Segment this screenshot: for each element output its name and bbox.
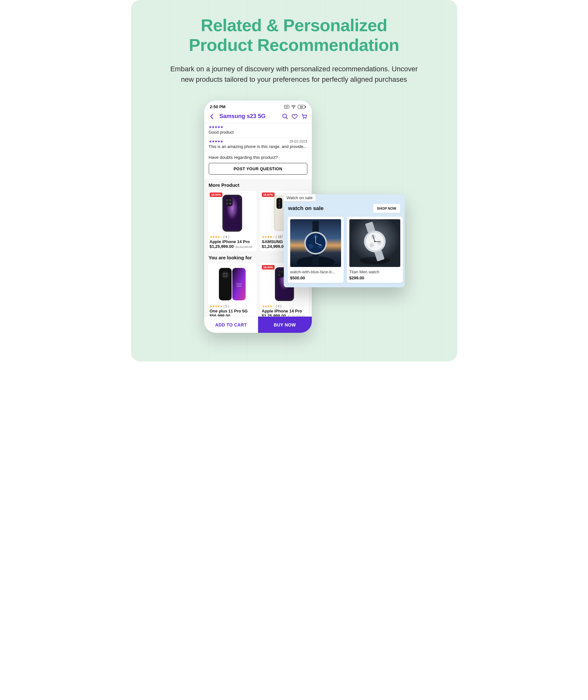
svg-point-50 [360, 257, 390, 264]
review-item: 28-02-2023 ★★★★★ This is an amazing phon… [204, 137, 312, 152]
wishlist-button[interactable] [291, 113, 298, 120]
rating-count: ( 4 ) [276, 305, 282, 308]
rating-count: ( 5 ) [224, 305, 229, 308]
review-item: ★★★★★ Good product [204, 123, 312, 137]
svg-point-26 [223, 273, 225, 275]
status-time: 2:50 PM [210, 104, 226, 109]
watch-card[interactable]: watch-with-blue-face-b... $500.00 [288, 217, 344, 283]
buy-now-button[interactable]: BUY NOW [258, 317, 312, 333]
product-name: Apple iPhone 14 Pro [210, 239, 255, 244]
app-bar: Samsung s23 5G [204, 111, 312, 123]
svg-text:95: 95 [300, 106, 303, 109]
svg-point-21 [278, 206, 280, 208]
watch-image [349, 219, 400, 267]
hero-title-line1: Related & Personalized [201, 16, 387, 35]
svg-point-45 [309, 244, 313, 248]
product-old-price: $1,49,999.00 [288, 315, 305, 316]
rating-row: ★★★★★ ( 5 ) [210, 305, 255, 308]
product-price: $1,25,999.00 [210, 244, 234, 249]
price-row: $1,25,999.00 $1,49,999.00 [210, 244, 255, 249]
svg-text:Never: Never [236, 283, 241, 285]
iphone-illustration-icon [220, 194, 245, 232]
svg-point-12 [229, 199, 232, 201]
hero-title: Related & Personalized Product Recommend… [144, 15, 445, 55]
post-question-button[interactable]: POST YOUR QUESTION [209, 163, 307, 175]
watch-image [290, 219, 341, 267]
discount-badge: 16.00% [210, 193, 223, 197]
discount-badge: 16.67% [262, 193, 275, 197]
silver-watch-illustration-icon [349, 219, 400, 267]
rating-row: ★★★★☆ ( 4 ) [262, 305, 307, 308]
svg-point-13 [226, 202, 228, 205]
oneplus-illustration-icon: Never Settle [217, 267, 248, 302]
svg-rect-34 [277, 270, 284, 277]
shop-now-button[interactable]: SHOP NOW [373, 204, 400, 213]
svg-point-19 [278, 199, 280, 202]
watch-row: watch-with-blue-face-b... $500.00 [284, 217, 405, 283]
product-image [210, 193, 255, 234]
watch-card[interactable]: Titan Men watch $299.00 [347, 217, 403, 283]
rating-row: ★★★★☆ ( 4 ) [210, 235, 255, 239]
hero-title-line2: Product Recommendation [189, 35, 399, 54]
doubts-section: Have doubts regarding this product? POST… [204, 152, 312, 179]
product-price: $1,25,999.00 [262, 313, 286, 316]
add-to-cart-button[interactable]: ADD TO CART [204, 317, 258, 333]
product-name: One plus 11 Pro 5G [210, 309, 255, 313]
rating-count: ( 4 ) [224, 235, 229, 239]
price-row: $56,999.00 [210, 313, 255, 316]
battery-icon: 95 [298, 105, 306, 109]
svg-point-5 [283, 114, 286, 118]
search-button[interactable] [282, 113, 288, 120]
svg-point-1 [293, 108, 294, 109]
svg-point-35 [278, 271, 280, 273]
price-row: $1,25,999.00 $1,49,999.00 [262, 313, 307, 316]
heart-icon [291, 113, 298, 120]
watch-price: $500.00 [290, 276, 341, 280]
product-price: $1,24,999.00 [262, 244, 286, 249]
watch-price: $299.00 [349, 276, 400, 280]
product-card[interactable]: Never Settle ★★★★★ ( 5 ) One plus 11 Pro… [207, 263, 257, 316]
svg-text:Settle: Settle [236, 285, 241, 287]
svg-point-36 [281, 271, 283, 273]
discount-badge: 16.00% [262, 265, 275, 269]
review-date: 28-02-2023 [289, 139, 307, 143]
product-image: Never Settle [210, 265, 255, 303]
popup-tag: Watch on sale [283, 194, 316, 202]
review-text: This is an amazing phone in this range, … [209, 144, 307, 149]
review-stars: ★★★★★ [209, 125, 307, 129]
wifi-icon [291, 105, 296, 109]
cart-icon [301, 113, 307, 120]
cart-button[interactable] [301, 113, 307, 120]
svg-point-29 [226, 275, 227, 277]
product-card[interactable]: 16.00% [207, 190, 257, 252]
svg-rect-3 [305, 106, 306, 108]
status-bar: 2:50 PM 95 [204, 101, 312, 111]
back-button[interactable] [209, 113, 215, 120]
watch-name: watch-with-blue-face-b... [290, 269, 341, 274]
watch-sale-popup: Watch on sale watch on sale SHOP NOW [284, 194, 405, 287]
svg-point-20 [278, 203, 280, 205]
svg-point-14 [229, 203, 231, 205]
rating-stars: ★★★★☆ [262, 235, 275, 239]
search-icon [282, 113, 288, 120]
hero-subtitle: Embark on a journey of discovery with pe… [164, 64, 424, 85]
feature-panel: Related & Personalized Product Recommend… [131, 0, 457, 361]
svg-point-37 [278, 274, 280, 276]
svg-rect-10 [225, 198, 233, 206]
mute-icon [284, 105, 289, 109]
stage: 2:50 PM 95 Samsung s23 5G [144, 101, 445, 342]
blue-watch-illustration-icon [290, 219, 341, 267]
status-icons: 95 [284, 105, 306, 109]
doubts-prompt: Have doubts regarding this product? [209, 155, 307, 160]
product-old-price: $1,49,999.00 [235, 245, 252, 249]
svg-point-25 [222, 271, 229, 278]
section-title-more: More Product [204, 179, 312, 190]
svg-point-27 [226, 273, 227, 275]
svg-point-6 [303, 118, 304, 119]
watch-name: Titan Men watch [349, 269, 400, 274]
svg-point-7 [305, 118, 306, 119]
popup-title: watch on sale [288, 205, 324, 212]
rating-stars: ★★★★☆ [210, 235, 222, 239]
rating-stars: ★★★★★ [210, 305, 222, 308]
product-name: Apple iPhone 14 Pro [262, 309, 307, 313]
